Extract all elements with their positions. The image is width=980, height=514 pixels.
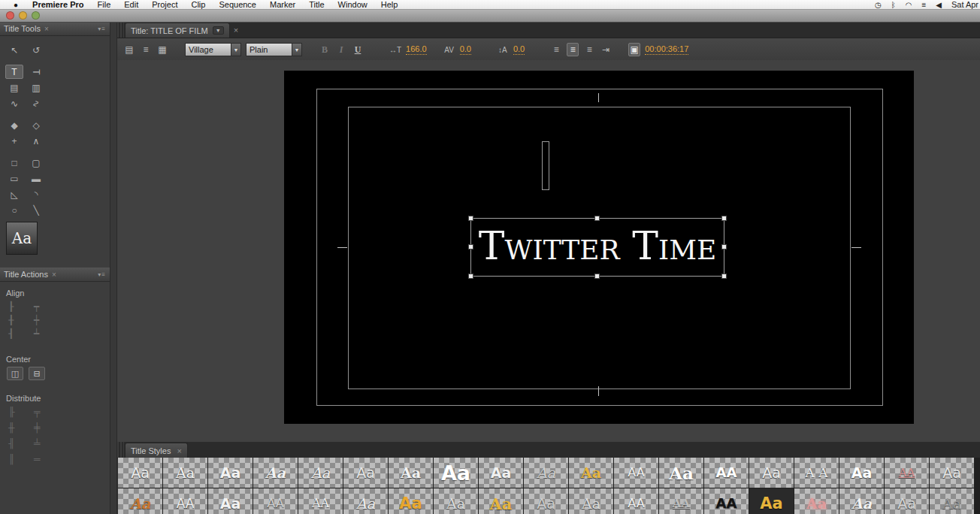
- video-drawing-area[interactable]: Twitter Time: [284, 71, 914, 424]
- show-background-video-icon[interactable]: ▣: [628, 43, 640, 56]
- style-swatch[interactable]: Aa: [659, 458, 703, 488]
- menu-clock[interactable]: Sat Apr: [951, 0, 978, 9]
- distribute-horizontal-right[interactable]: ╢: [8, 437, 28, 449]
- vertical-type-tool[interactable]: T: [27, 65, 45, 79]
- roll-crawl-options-icon[interactable]: ≡: [140, 43, 152, 56]
- rotation-tool[interactable]: ↺: [27, 43, 45, 57]
- style-swatch[interactable]: Aa: [163, 458, 207, 488]
- distribute-vertical-bottom[interactable]: ╧: [34, 437, 53, 449]
- distribute-vertical-even[interactable]: ═: [34, 453, 53, 464]
- list-icon[interactable]: ≡: [921, 1, 926, 9]
- panel-menu-icon[interactable]: ▾≡: [98, 26, 106, 32]
- volume-icon[interactable]: ◀: [936, 1, 942, 9]
- style-swatch[interactable]: AA: [704, 488, 749, 514]
- menu-item-app-name[interactable]: Premiere Pro: [26, 0, 90, 9]
- vertical-path-type-tool[interactable]: ∿: [27, 96, 45, 110]
- path-type-tool[interactable]: ∿: [5, 96, 23, 110]
- style-swatch[interactable]: Aa: [118, 488, 162, 514]
- menu-item-window[interactable]: Window: [331, 0, 374, 9]
- selection-tool[interactable]: ↖: [5, 43, 23, 57]
- style-swatch[interactable]: Aa: [839, 488, 884, 514]
- style-swatch[interactable]: Aa: [434, 458, 478, 488]
- close-panel-icon[interactable]: ×: [44, 25, 49, 33]
- menu-item-marker[interactable]: Marker: [263, 0, 302, 9]
- time-machine-icon[interactable]: ◷: [875, 1, 882, 9]
- resize-handle-e[interactable]: [721, 244, 727, 249]
- style-swatch[interactable]: AA: [885, 458, 929, 488]
- style-swatch[interactable]: Aa: [343, 488, 388, 514]
- title-tools-header[interactable]: Title Tools × ▾≡: [0, 22, 110, 36]
- panel-grip[interactable]: [117, 22, 124, 38]
- font-style-dropdown[interactable]: Plain ▼: [246, 43, 302, 56]
- font-family-dropdown-arrow[interactable]: ▼: [231, 43, 241, 56]
- panel-grip[interactable]: [117, 442, 124, 458]
- titler-tab[interactable]: Title: TITLE OF FILM ▼: [125, 23, 230, 38]
- align-left-icon[interactable]: ≡: [550, 43, 562, 56]
- style-swatch[interactable]: AA: [614, 458, 658, 488]
- style-swatch[interactable]: AA: [163, 488, 207, 514]
- distribute-vertical-top[interactable]: ╤: [34, 406, 53, 417]
- wedge-tool[interactable]: ◺: [5, 187, 23, 201]
- apple-menu-icon[interactable]: ●: [6, 1, 26, 9]
- pen-tool[interactable]: ◆: [5, 118, 23, 132]
- window-title-bar[interactable]: [0, 9, 980, 23]
- style-swatch[interactable]: Aa: [298, 458, 343, 488]
- area-type-tool[interactable]: ▤: [5, 80, 23, 95]
- bold-button[interactable]: B: [319, 43, 331, 56]
- menu-item-clip[interactable]: Clip: [184, 0, 212, 9]
- resize-handle-nw[interactable]: [468, 216, 473, 221]
- bluetooth-icon[interactable]: ᛒ: [891, 1, 896, 9]
- style-swatch[interactable]: Aa: [524, 488, 568, 514]
- templates-icon[interactable]: ▦: [156, 43, 168, 56]
- distribute-horizontal-even[interactable]: ║: [8, 453, 28, 464]
- style-swatch[interactable]: Aa: [930, 458, 974, 488]
- title-dropdown-icon[interactable]: ▼: [213, 26, 224, 35]
- convert-anchor-point-tool[interactable]: ∧: [27, 134, 45, 148]
- align-center-icon[interactable]: ≡: [567, 43, 579, 56]
- menu-item-sequence[interactable]: Sequence: [212, 0, 263, 9]
- menu-item-project[interactable]: Project: [145, 0, 184, 9]
- close-panel-icon[interactable]: ×: [177, 446, 181, 455]
- wifi-icon[interactable]: ◠: [906, 1, 912, 9]
- style-swatch[interactable]: Aa: [389, 488, 433, 514]
- style-swatch[interactable]: Aa: [749, 458, 794, 488]
- arc-tool[interactable]: ◝: [27, 187, 45, 201]
- style-swatch[interactable]: AA: [659, 488, 703, 514]
- style-swatch[interactable]: A A: [794, 458, 839, 488]
- new-title-icon[interactable]: ▤: [123, 43, 135, 56]
- align-vertical-bottom[interactable]: ┷: [34, 328, 53, 339]
- style-swatch[interactable]: AA: [298, 488, 343, 514]
- center-horizontal[interactable]: ⊟: [29, 367, 45, 380]
- align-horizontal-center[interactable]: ╂: [8, 314, 28, 325]
- vertical-area-type-tool[interactable]: ▥: [27, 80, 45, 95]
- style-swatch[interactable]: Aa: [208, 488, 253, 514]
- close-window-button[interactable]: [6, 11, 14, 20]
- distribute-vertical-center[interactable]: ╪: [34, 422, 53, 433]
- zoom-window-button[interactable]: [32, 11, 40, 20]
- title-actions-header[interactable]: Title Actions × ▾≡: [0, 268, 110, 282]
- background-video-timecode[interactable]: 00:00:36:17: [645, 44, 688, 55]
- minimize-window-button[interactable]: [19, 11, 27, 20]
- style-swatch[interactable]: AA: [704, 458, 749, 488]
- style-swatch[interactable]: Aa: [885, 488, 929, 514]
- clipped-corner-rectangle-tool[interactable]: ▭: [5, 171, 23, 186]
- resize-handle-se[interactable]: [721, 274, 727, 279]
- distribute-horizontal-center[interactable]: ╫: [8, 422, 28, 433]
- font-style-dropdown-arrow[interactable]: ▼: [292, 43, 302, 56]
- style-swatch[interactable]: Aa: [253, 458, 298, 488]
- style-swatch[interactable]: Aa: [839, 458, 884, 488]
- selected-text-object[interactable]: Twitter Time: [470, 218, 724, 277]
- type-tool[interactable]: T: [5, 65, 23, 79]
- style-swatch[interactable]: Aa: [389, 458, 433, 488]
- font-browser-preview[interactable]: Aa: [6, 222, 38, 255]
- align-right-icon[interactable]: ≡: [583, 43, 595, 56]
- align-vertical-top[interactable]: ┯: [34, 301, 53, 312]
- style-swatch[interactable]: Aa: [569, 488, 613, 514]
- panel-gutter[interactable]: [110, 22, 117, 514]
- style-swatch[interactable]: Aa: [794, 488, 839, 514]
- italic-button[interactable]: I: [335, 43, 347, 56]
- style-swatch[interactable]: Aa: [749, 488, 794, 514]
- add-anchor-point-tool[interactable]: +: [5, 134, 23, 148]
- style-swatch[interactable]: Aa: [434, 488, 478, 514]
- ellipse-tool[interactable]: ○: [5, 203, 23, 217]
